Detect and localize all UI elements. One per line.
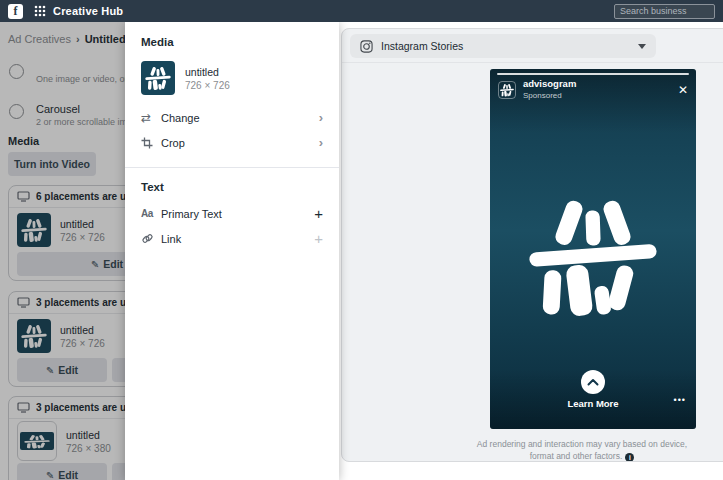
swap-arrows-icon: ⇄ (141, 111, 161, 125)
ad-preview-panel: Instagram Stories advisogram Sponsored ✕ (341, 28, 723, 462)
add-primary-text-icon[interactable]: + (314, 205, 323, 222)
placement-count-label: 3 placements are using th (36, 297, 127, 308)
change-media-row[interactable]: ⇄ Change › (141, 105, 323, 130)
placement-selector-dropdown[interactable]: Instagram Stories (350, 34, 656, 58)
format-radio-carousel[interactable] (9, 104, 24, 119)
edit-button[interactable]: ✎Edit (17, 252, 127, 276)
text-aa-icon: Aa (141, 208, 161, 219)
chevron-right-icon: › (319, 135, 323, 150)
top-navigation-bar: f Creative Hub (0, 0, 723, 22)
screen-icon (17, 402, 30, 413)
story-header: advisogram Sponsored ✕ (498, 79, 688, 100)
pencil-icon: ✎ (46, 365, 54, 376)
swipe-up-circle[interactable] (581, 370, 605, 394)
divider (125, 167, 339, 168)
edit-button[interactable]: ✎Edit (17, 358, 107, 382)
story-account-name: advisogram (523, 79, 576, 89)
facebook-logo-icon[interactable]: f (8, 4, 23, 19)
chevron-up-icon (587, 378, 599, 386)
story-cta[interactable]: Learn More (490, 370, 696, 409)
format-radio-single[interactable] (9, 64, 24, 79)
media-name: untitled (60, 218, 105, 230)
media-thumbnail (17, 213, 51, 247)
media-thumbnail (17, 421, 57, 461)
media-editor-popup: Media untitled 726 × 726 ⇄ Change › Crop… (125, 22, 339, 480)
pencil-icon: ✎ (46, 470, 54, 480)
popup-media-heading: Media (141, 36, 323, 48)
breadcrumb-parent[interactable]: Ad Creatives (8, 33, 71, 45)
link-row[interactable]: Link + (141, 226, 323, 251)
placement-card: 3 placements are using th untitled 726 ×… (8, 396, 127, 480)
primary-text-label: Primary Text (161, 208, 314, 220)
info-icon[interactable]: i (625, 453, 634, 462)
format-option-carousel-label[interactable]: Carousel (36, 103, 80, 115)
search-input[interactable] (614, 4, 715, 19)
change-label: Change (161, 112, 319, 124)
format-option-description: One image or video, or a sl (36, 74, 127, 84)
instagram-icon (360, 40, 373, 53)
screen-icon (17, 297, 30, 308)
primary-text-row[interactable]: Aa Primary Text + (141, 201, 323, 226)
link-label: Link (161, 233, 314, 245)
media-dimensions: 726 × 380 (66, 443, 111, 454)
media-dimensions: 726 × 726 (60, 338, 105, 349)
link-icon (141, 232, 161, 245)
story-progress-bar (497, 73, 689, 75)
media-thumbnail (141, 61, 175, 95)
chevron-down-icon (638, 44, 646, 49)
close-icon[interactable]: ✕ (678, 83, 688, 97)
placement-card: 3 placements are using th untitled 726 ×… (8, 291, 127, 387)
media-section-heading: Media (8, 135, 39, 147)
add-link-icon[interactable]: + (314, 230, 323, 247)
app-title: Creative Hub (53, 5, 123, 17)
breadcrumb-current: Untitled Ad (85, 33, 127, 45)
pencil-icon: ✎ (91, 259, 99, 270)
avatar (498, 81, 516, 99)
format-option-carousel-description: 2 or more scrollable image (36, 117, 127, 127)
media-name: untitled (60, 324, 105, 336)
crop-icon (141, 137, 161, 149)
placement-count-label: 3 placements are using th (36, 402, 127, 413)
placement-count-label: 6 placements are using th (36, 191, 127, 202)
popup-text-heading: Text (141, 181, 323, 193)
placement-card: 6 placements are using th untitled 726 ×… (8, 185, 127, 281)
ad-editor-sidebar: Ad Creatives›Untitled Ad One image or vi… (0, 22, 127, 480)
cta-label: Learn More (490, 398, 696, 409)
more-options-icon[interactable]: ••• (674, 395, 686, 405)
instagram-story-preview: advisogram Sponsored ✕ Learn More ••• (490, 69, 696, 429)
crop-media-row[interactable]: Crop › (141, 130, 323, 155)
chevron-right-icon: › (319, 110, 323, 125)
media-name: untitled (66, 429, 111, 441)
media-name: untitled (185, 66, 230, 78)
ad-rendering-disclaimer: Ad rendering and interaction may vary ba… (442, 439, 722, 462)
media-thumbnail (17, 319, 51, 353)
app-grid-icon[interactable] (34, 5, 46, 17)
crop-label: Crop (161, 137, 319, 149)
edit-button[interactable]: ✎Edit (17, 463, 107, 480)
breadcrumb-separator-icon: › (76, 33, 80, 45)
screen-icon (17, 191, 30, 202)
sponsored-label: Sponsored (523, 91, 576, 100)
brand-logo-glyph (527, 191, 659, 321)
media-dimensions: 726 × 726 (60, 232, 105, 243)
breadcrumb: Ad Creatives›Untitled Ad (8, 33, 127, 45)
popup-media-row: untitled 726 × 726 (141, 61, 323, 95)
placement-selector-value: Instagram Stories (381, 40, 630, 52)
media-dimensions: 726 × 726 (185, 80, 230, 91)
turn-into-video-button[interactable]: Turn into Video (8, 152, 96, 176)
divider (342, 62, 723, 63)
